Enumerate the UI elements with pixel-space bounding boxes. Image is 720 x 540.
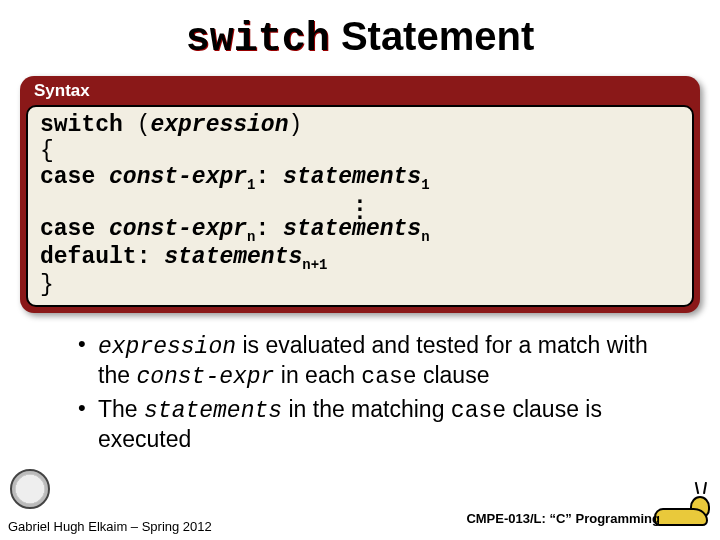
bullet-2: The statements in the matching case clau… <box>78 395 670 453</box>
code-panel: switch (expression) { case const-expr1: … <box>26 105 694 307</box>
footer-course: CMPE-013/L: “C” Programming <box>466 511 712 530</box>
code-line-1: switch (expression) <box>40 113 680 139</box>
university-seal-icon <box>10 469 50 509</box>
title-word: Statement <box>341 14 534 58</box>
syntax-box: Syntax switch (expression) { case const-… <box>20 76 700 313</box>
code-line-7: } <box>40 273 680 299</box>
code-line-5: case const-exprn: statementsn <box>40 217 680 245</box>
footer-left: Gabriel Hugh Elkaim – Spring 2012 <box>8 469 212 534</box>
title-keyword: switch <box>186 17 330 62</box>
footer-author: Gabriel Hugh Elkaim – Spring 2012 <box>8 519 212 534</box>
slide-title: switch Statement <box>0 0 720 70</box>
code-line-6: default: statementsn+1 <box>40 245 680 273</box>
bullet-list: expression is evaluated and tested for a… <box>78 331 670 453</box>
code-dots: ... <box>40 193 680 217</box>
syntax-label: Syntax <box>20 76 700 105</box>
footer: Gabriel Hugh Elkaim – Spring 2012 CMPE-0… <box>0 469 720 534</box>
bullet-1: expression is evaluated and tested for a… <box>78 331 670 391</box>
code-line-2: { <box>40 139 680 165</box>
